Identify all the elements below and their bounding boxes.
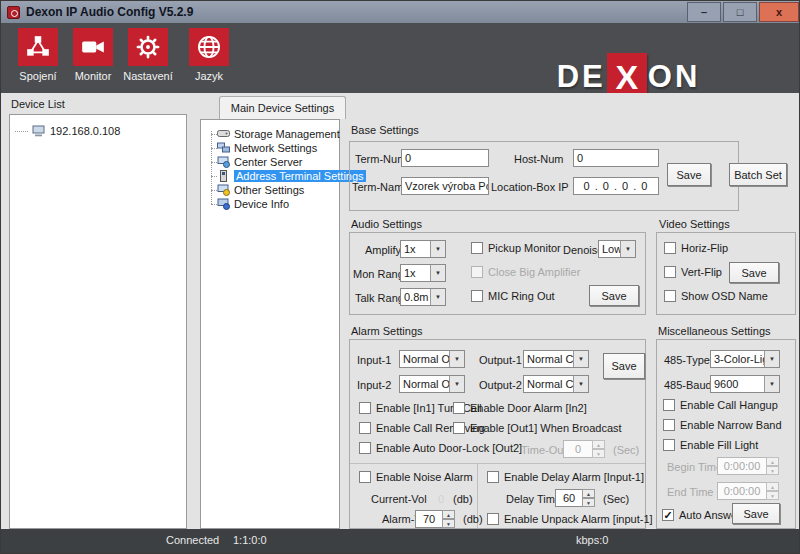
auto-answer-checkbox-row[interactable]: Auto Answer [662,509,741,521]
enable-call-hangup-checkbox-row[interactable]: Enable Call Hangup [663,399,778,411]
chevron-down-icon[interactable] [449,376,464,392]
mon-range-dropdown[interactable]: 1x [400,264,446,282]
tree-item-address-terminal-settings[interactable]: Address Terminal Settings [217,169,366,183]
location-box-ip-input[interactable]: 0 . 0 . 0 . 0 [573,177,659,195]
toolbar-button-jazyk[interactable]: Jazyk [181,28,237,82]
chevron-down-icon[interactable] [449,351,464,367]
show-osd-name-checkbox[interactable] [664,290,676,302]
connection-status: Connected [166,534,219,546]
enable-door-alarm-checkbox[interactable] [453,402,465,414]
tree-item-device-info[interactable]: Device Info [217,197,289,211]
enable-call-hangup-checkbox[interactable] [663,399,675,411]
time-out-unit: (Sec) [613,444,639,456]
output2-dropdown[interactable]: Normal Close [523,375,589,393]
toolbar-button-monitor[interactable]: Monitor [65,28,121,82]
pickup-monitor-checkbox-row[interactable]: Pickup Monitor [471,242,561,254]
base-save-button[interactable]: Save [667,163,711,186]
other-settings-icon [217,184,230,196]
location-box-ip-label: Location-Box IP [491,181,569,193]
tree-item-storage-management[interactable]: Storage Management [217,127,340,141]
chevron-down-icon[interactable] [573,351,588,367]
minimize-button[interactable]: – [687,2,721,22]
enable-out1-broadcast-checkbox-row[interactable]: Enable [Out1] When Broadcast [453,422,622,434]
enable-unpack-alarm-checkbox[interactable] [487,513,499,525]
misc-settings-title: Miscellaneous Settings [658,325,771,337]
enable-auto-door-lock-checkbox[interactable] [359,442,371,454]
audio-save-button[interactable]: Save [589,285,639,306]
globe-icon [196,34,222,60]
tree-item-network-settings[interactable]: Network Settings [217,141,317,155]
denoise-dropdown[interactable]: Low [598,240,636,258]
chevron-down-icon[interactable] [764,351,779,367]
output1-dropdown[interactable]: Normal Close [523,350,589,368]
spinner-arrows-icon[interactable] [442,510,455,528]
enable-auto-door-lock-checkbox-row[interactable]: Enable Auto Door-Lock [Out2] [359,442,522,454]
device-list-panel[interactable] [9,114,187,529]
term-num-input[interactable]: 0 [401,149,489,167]
enable-unpack-alarm-checkbox-row[interactable]: Enable Unpack Alarm [input-1] [487,513,653,525]
maximize-button[interactable]: □ [723,2,757,22]
output2-label: Output-2 [479,379,522,391]
chevron-down-icon[interactable] [430,265,445,281]
enable-in1-turn-call-checkbox[interactable] [359,402,371,414]
video-save-button[interactable]: Save [729,262,779,283]
input2-dropdown[interactable]: Normal Open [399,375,465,393]
mic-ring-out-checkbox-row[interactable]: MIC Ring Out [471,290,555,302]
chevron-down-icon[interactable] [573,376,588,392]
talk-range-dropdown[interactable]: 0.8m [400,288,446,306]
auto-answer-checkbox[interactable] [662,509,674,521]
toolbar-button-spojeni[interactable]: Spojení [10,28,66,82]
close-button[interactable]: x [759,2,799,22]
window-title: Dexon IP Audio Config V5.2.9 [26,5,193,19]
output1-label: Output-1 [479,354,522,366]
current-vol-unit: (db) [453,493,473,505]
vert-flip-checkbox[interactable] [664,266,676,278]
amplify-dropdown[interactable]: 1x [400,240,446,258]
tree-item-other-settings[interactable]: Other Settings [217,183,304,197]
misc-save-button[interactable]: Save [732,503,780,524]
delay-time-spinner[interactable]: 60 [555,489,595,507]
network-icon [25,34,51,60]
enable-door-alarm-checkbox-row[interactable]: Enable Door Alarm [In2] [453,402,587,414]
485-baud-dropdown[interactable]: 9600 [710,375,780,393]
enable-noise-alarm-checkbox-row[interactable]: Enable Noise Alarm [359,471,473,483]
enable-narrow-band-checkbox[interactable] [663,419,675,431]
show-osd-name-checkbox-row[interactable]: Show OSD Name [664,290,768,302]
tree-item-center-server[interactable]: Center Server [217,155,302,169]
toolbar-label: Jazyk [195,70,223,82]
vert-flip-checkbox-row[interactable]: Vert-Flip [664,266,722,278]
alarm-vol-spinner[interactable]: 70 [415,510,455,528]
tab-main-device-settings[interactable]: Main Device Settings [219,96,346,119]
batch-set-button[interactable]: Batch Set [729,163,787,186]
enable-fill-light-checkbox-row[interactable]: Enable Fill Light [663,439,758,451]
mic-ring-out-checkbox[interactable] [471,290,483,302]
device-list-item[interactable]: 192.168.0.108 [15,124,120,138]
enable-narrow-band-checkbox-row[interactable]: Enable Narrow Band [663,419,782,431]
enable-out1-broadcast-checkbox[interactable] [453,422,465,434]
enable-delay-alarm-checkbox-row[interactable]: Enable Delay Alarm [Input-1] [487,471,644,483]
chevron-down-icon[interactable] [620,241,635,257]
enable-fill-light-checkbox[interactable] [663,439,675,451]
host-num-input[interactable]: 0 [573,149,659,167]
titlebar: Dexon IP Audio Config V5.2.9 – □ x [1,1,799,23]
chevron-down-icon[interactable] [764,376,779,392]
toolbar-button-nastaveni[interactable]: Nastavení [120,28,176,82]
enable-delay-alarm-checkbox[interactable] [487,471,499,483]
pickup-monitor-checkbox[interactable] [471,242,483,254]
spinner-arrows-icon [766,457,779,475]
enable-call-removing-checkbox[interactable] [359,422,371,434]
host-num-label: Host-Num [514,153,564,165]
horiz-flip-checkbox[interactable] [664,242,676,254]
chevron-down-icon[interactable] [430,289,445,305]
chevron-down-icon[interactable] [430,241,445,257]
input1-dropdown[interactable]: Normal Open [399,350,465,368]
horiz-flip-checkbox-row[interactable]: Horiz-Flip [664,242,728,254]
begin-time-spinner: 0:00:00 [717,457,779,475]
spinner-arrows-icon[interactable] [582,489,595,507]
term-name-input[interactable]: Vzorek výroba PoE + a [401,177,489,195]
485-type-dropdown[interactable]: 3-Color-Light [710,350,780,368]
tree-connector [211,131,212,204]
enable-noise-alarm-checkbox[interactable] [359,471,371,483]
alarm-save-button[interactable]: Save [603,353,645,379]
center-server-icon [217,156,230,168]
